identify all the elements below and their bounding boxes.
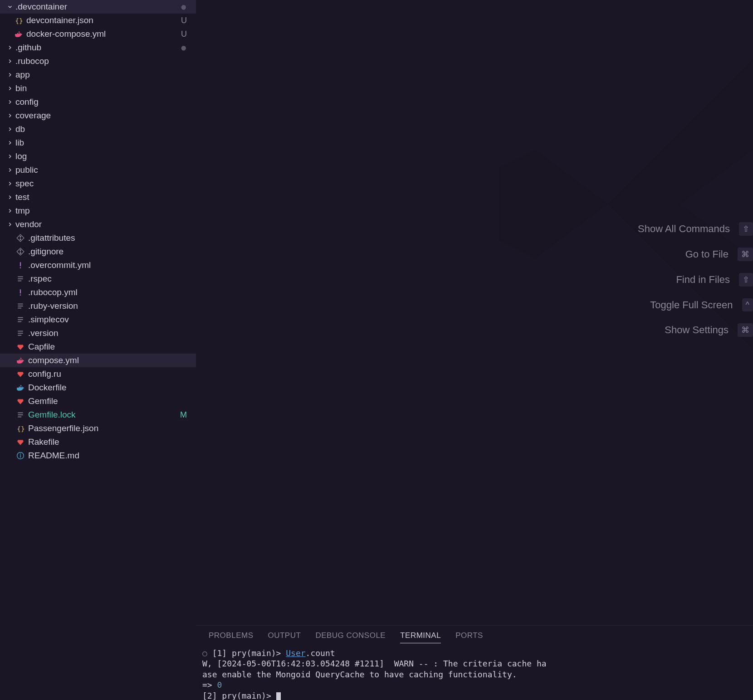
lines-icon — [15, 315, 25, 325]
panel-tab-ports[interactable]: PORTS — [455, 631, 483, 643]
json-icon: {} — [14, 15, 24, 25]
tree-item-label: Rakefile — [28, 437, 196, 447]
tree-item-label: Gemfile.lock — [28, 410, 196, 420]
file-explorer[interactable]: .devcontainer●{}devcontainer.jsonUdocker… — [0, 0, 196, 700]
file-.gitignore[interactable]: .gitignore — [0, 245, 196, 258]
chevron-right-icon — [6, 207, 14, 214]
tree-item-label: vendor — [15, 219, 196, 229]
lines-icon — [15, 410, 25, 420]
exclaim-icon — [15, 287, 25, 297]
tree-item-label: tmp — [15, 206, 196, 216]
tree-item-label: db — [15, 124, 196, 134]
terminal-status-icon: ○ — [202, 648, 207, 658]
hint-label: Find in Files — [676, 274, 730, 286]
folder-log[interactable]: log — [0, 150, 196, 163]
folder-config[interactable]: config — [0, 95, 196, 109]
terminal-text: => — [202, 680, 217, 690]
file-.rspec[interactable]: .rspec — [0, 272, 196, 286]
tree-item-label: test — [15, 192, 196, 202]
file-.overcommit.yml[interactable]: .overcommit.yml — [0, 258, 196, 272]
folder-.rubocop[interactable]: .rubocop — [0, 54, 196, 68]
tree-item-label: .devcontainer — [15, 2, 196, 12]
panel-tabs: PROBLEMSOUTPUTDEBUG CONSOLETERMINALPORTS — [196, 626, 753, 646]
folder-app[interactable]: app — [0, 68, 196, 82]
file-Capfile[interactable]: Capfile — [0, 340, 196, 354]
hint-label: Show All Commands — [638, 223, 730, 235]
folder-bin[interactable]: bin — [0, 82, 196, 95]
chevron-right-icon — [6, 85, 14, 92]
folder-test[interactable]: test — [0, 190, 196, 204]
folder-public[interactable]: public — [0, 163, 196, 177]
folder-spec[interactable]: spec — [0, 177, 196, 190]
command-hint: Show Settings⌘ — [638, 323, 753, 337]
bottom-panel: PROBLEMSOUTPUTDEBUG CONSOLETERMINALPORTS… — [196, 625, 753, 700]
dirty-dot-icon: ● — [181, 1, 187, 12]
folder-vendor[interactable]: vendor — [0, 218, 196, 231]
chevron-right-icon — [6, 58, 14, 65]
dirty-dot-icon: ● — [181, 42, 187, 53]
terminal-link[interactable]: User — [286, 648, 305, 658]
svg-rect-7 — [20, 262, 21, 266]
tree-item-label: .rubocop.yml — [28, 287, 196, 297]
folder-.github[interactable]: .github● — [0, 41, 196, 54]
panel-tab-problems[interactable]: PROBLEMS — [209, 631, 253, 643]
tree-item-label: .github — [15, 43, 196, 53]
panel-tab-terminal[interactable]: TERMINAL — [400, 631, 441, 643]
file-Dockerfile[interactable]: Dockerfile — [0, 381, 196, 394]
chevron-right-icon — [6, 153, 14, 160]
chevron-right-icon — [6, 180, 14, 187]
lines-icon — [15, 301, 25, 311]
file-.rubocop.yml[interactable]: .rubocop.yml — [0, 286, 196, 299]
file-devcontainer.json[interactable]: {}devcontainer.jsonU — [0, 14, 196, 27]
file-.simplecov[interactable]: .simplecov — [0, 313, 196, 326]
folder-coverage[interactable]: coverage — [0, 109, 196, 122]
tree-item-label: bin — [15, 83, 196, 93]
folder-db[interactable]: db — [0, 122, 196, 136]
file-compose.yml[interactable]: compose.yml — [0, 354, 196, 367]
file-Rakefile[interactable]: Rakefile — [0, 435, 196, 449]
tree-item-label: config.ru — [28, 369, 196, 379]
info-icon — [15, 451, 25, 461]
terminal-text: .count — [306, 648, 335, 658]
terminal-output[interactable]: ○ [1] pry(main)> User.count W, [2024-05-… — [196, 646, 753, 700]
svg-point-28 — [20, 454, 21, 455]
svg-text:{}: {} — [17, 425, 24, 433]
git-status-badge: U — [181, 29, 187, 39]
file-.version[interactable]: .version — [0, 326, 196, 340]
panel-tab-output[interactable]: OUTPUT — [268, 631, 301, 643]
file-Gemfile[interactable]: Gemfile — [0, 394, 196, 408]
chevron-right-icon — [6, 98, 14, 106]
git-status-badge: U — [181, 16, 187, 25]
ruby-icon — [15, 437, 25, 447]
panel-tab-debug-console[interactable]: DEBUG CONSOLE — [315, 631, 386, 643]
tree-item-label: .gitignore — [28, 247, 196, 257]
file-.ruby-version[interactable]: .ruby-version — [0, 299, 196, 313]
file-Gemfile.lock[interactable]: Gemfile.lockM — [0, 408, 196, 422]
chevron-right-icon — [6, 71, 14, 78]
file-.gitattributes[interactable]: .gitattributes — [0, 231, 196, 245]
command-hints: Show All Commands⇧Go to File⌘Find in Fil… — [638, 222, 753, 337]
chevron-right-icon — [6, 194, 14, 201]
file-Passengerfile.json[interactable]: {}Passengerfile.json — [0, 422, 196, 435]
git-icon — [15, 233, 25, 243]
file-docker-compose.yml[interactable]: docker-compose.ymlU — [0, 27, 196, 41]
git-icon — [15, 247, 25, 257]
file-README.md[interactable]: README.md — [0, 449, 196, 462]
tree-item-label: .simplecov — [28, 315, 196, 325]
folder-tmp[interactable]: tmp — [0, 204, 196, 218]
dockerwhale-icon — [15, 383, 25, 393]
hint-label: Go to File — [685, 248, 729, 260]
tree-item-label: Gemfile — [28, 396, 196, 406]
file-config.ru[interactable]: config.ru — [0, 367, 196, 381]
git-status-badge: M — [180, 410, 187, 420]
folder-lib[interactable]: lib — [0, 136, 196, 150]
chevron-right-icon — [6, 221, 14, 228]
chevron-down-icon — [6, 3, 14, 10]
ruby-icon — [15, 342, 25, 352]
folder-.devcontainer[interactable]: .devcontainer● — [0, 0, 196, 14]
main-area: Show All Commands⇧Go to File⌘Find in Fil… — [196, 0, 753, 700]
terminal-text: W, [2024-05-06T16:42:03.054248 #1211] WA… — [202, 659, 547, 668]
tree-item-label: lib — [15, 138, 196, 148]
tree-item-label: log — [15, 151, 196, 161]
tree-item-label: Capfile — [28, 342, 196, 352]
